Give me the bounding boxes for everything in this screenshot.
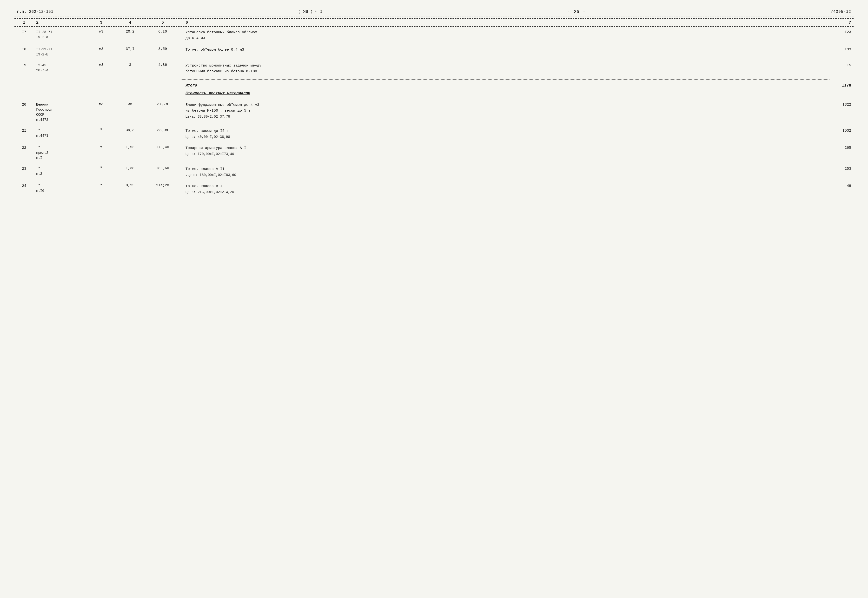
row-desc-19: Устройство монолитных заделок между бето…: [181, 63, 829, 75]
row-qty-19: 3: [116, 63, 145, 67]
row-ref-17: II-28-7I I9-2-а: [34, 30, 87, 40]
row-ref-22: –"– прил.2 п.I: [34, 145, 87, 160]
table-row: I8 II-29-7I I9-2-Б м3 37,I 3,59 То же, о…: [15, 44, 853, 60]
col-header-5: 5: [145, 20, 181, 25]
itogo-value: II78: [829, 84, 853, 88]
row-result-24: 49: [829, 184, 853, 188]
row-unit-17: м3: [87, 30, 116, 34]
header: г.п. 262-12-151 ( УШ ) ч I - 20 - /4395-…: [15, 10, 853, 15]
row-price-21: 38,98: [145, 128, 181, 132]
row-desc-20: Блоки фундаментные об"емом до 4 м3 из бе…: [181, 102, 829, 119]
col-header-1: I: [15, 20, 34, 25]
row-result-21: I532: [829, 128, 853, 133]
table-row: 23 –"– п.2 " I,38 I83,60 То же, класса А…: [15, 163, 853, 181]
row-price-24: 2I4;20: [145, 184, 181, 187]
row-price-20: 37,78: [145, 102, 181, 106]
col-header-2: 2: [34, 20, 87, 25]
row-unit-18: м3: [87, 47, 116, 51]
row-desc-24: То же, класса В-I Цена: 2IC,00хI,02=2I4,…: [181, 184, 829, 195]
row-unit-21: ": [87, 128, 116, 132]
row-num-24: 24: [15, 184, 34, 188]
col-header-3: 3: [87, 20, 116, 25]
col-header-7: 7: [829, 20, 853, 25]
stoimost-label: Стоимость местных материалов: [181, 91, 829, 96]
row-unit-24: ": [87, 184, 116, 187]
row-qty-24: 0,23: [116, 184, 145, 187]
row-ref-19: I2-45 20-7-а: [34, 63, 87, 73]
row-num-18: I8: [15, 47, 34, 52]
row-qty-23: I,38: [116, 166, 145, 170]
row-desc-17: Установка бетонных блоков об"емом до 0,4…: [181, 30, 829, 41]
table-row: 20 Ценник Госстроя СССР п.4472 м3 35 37,…: [15, 99, 853, 126]
row-price-23: I83,60: [145, 166, 181, 170]
row-desc-18: То же, об"емом более 0,4 м3: [181, 47, 829, 53]
table-row: I7 II-28-7I I9-2-а м3 20,2 6,I0 Установк…: [15, 27, 853, 44]
row-unit-23: ": [87, 166, 116, 170]
main-table: I 2 3 4 5 6 7 I7 II-28-7I I9-2-а м3 20,2…: [15, 18, 853, 197]
row-desc-22: Товарная арматура класса А-I Цена: I70,0…: [181, 145, 829, 157]
row-result-23: 253: [829, 166, 853, 171]
row-result-22: 265: [829, 145, 853, 150]
header-left: г.п. 262-12-151: [17, 10, 54, 14]
header-right: /4395-12: [831, 10, 851, 14]
row-ref-20: Ценник Госстроя СССР п.4472: [34, 102, 87, 123]
row-unit-20: м3: [87, 102, 116, 106]
row-num-22: 22: [15, 145, 34, 150]
row-num-21: 2I: [15, 128, 34, 133]
header-center-dash: - 20 -: [567, 10, 586, 15]
row-price-19: 4,86: [145, 63, 181, 67]
row-result-20: I322: [829, 102, 853, 107]
table-row: 2I –"– п.4473 " 39,3 38,98 То же, весом …: [15, 126, 853, 142]
row-price-18: 3,59: [145, 47, 181, 51]
col-header-6: 6: [181, 20, 829, 25]
row-price-17: 6,I0: [145, 30, 181, 34]
row-qty-20: 35: [116, 102, 145, 106]
row-ref-18: II-29-7I I9-2-Б: [34, 47, 87, 57]
header-center-prefix: ( УШ ) ч I: [298, 10, 322, 14]
row-price-22: I73,40: [145, 145, 181, 150]
row-ref-21: –"– п.4473: [34, 128, 87, 138]
row-num-20: 20: [15, 102, 34, 107]
itogo-label: Итого: [181, 84, 829, 88]
top-dashed-line: [15, 16, 853, 16]
itogo-row: Итого II78: [15, 81, 853, 90]
row-unit-19: м3: [87, 63, 116, 67]
row-qty-22: I,53: [116, 145, 145, 150]
row-unit-22: т: [87, 145, 116, 150]
row-result-19: I5: [829, 63, 853, 67]
column-headers: I 2 3 4 5 6 7: [15, 18, 853, 27]
table-row: 24 –"– п.I0 " 0,23 2I4;20 То же, класса …: [15, 181, 853, 197]
table-row: I9 I2-45 20-7-а м3 3 4,86 Устройство мон…: [15, 60, 853, 77]
row-qty-17: 20,2: [116, 30, 145, 34]
stoimost-row: Стоимость местных материалов: [15, 90, 853, 97]
table-row: 22 –"– прил.2 п.I т I,53 I73,40 Товарная…: [15, 142, 853, 163]
row-result-18: I33: [829, 47, 853, 52]
row-result-17: I23: [829, 30, 853, 34]
row-qty-21: 39,3: [116, 128, 145, 132]
row-ref-24: –"– п.I0: [34, 184, 87, 194]
row-desc-23: То же, класса А-II .Цена: I80,00хI,02=I8…: [181, 166, 829, 178]
row-num-17: I7: [15, 30, 34, 34]
row-qty-18: 37,I: [116, 47, 145, 51]
row-ref-23: –"– п.2: [34, 166, 87, 176]
col-header-4: 4: [116, 20, 145, 25]
row-num-23: 23: [15, 166, 34, 171]
row-desc-21: То же, весом до I5 т Цена: 40,00-I,02=38…: [181, 128, 829, 139]
row-num-19: I9: [15, 63, 34, 67]
